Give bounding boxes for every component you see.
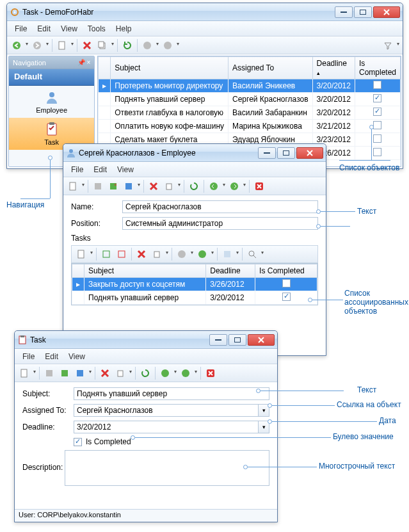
table-row[interactable]: ▸Закрыть доступ к соцсетям3/26/2012: [72, 278, 317, 291]
minimize-button[interactable]: [209, 334, 227, 346]
close-red-button[interactable]: [252, 179, 266, 193]
clipboard-icon: [44, 122, 60, 137]
col-assigned[interactable]: Assigned To: [229, 57, 313, 79]
table-row[interactable]: ▸Протереть монитор директоруВасилий Эник…: [99, 79, 401, 93]
export-button[interactable]: [220, 247, 239, 261]
menu-help[interactable]: Help: [111, 23, 137, 35]
close-button[interactable]: [248, 334, 275, 346]
save-as-button[interactable]: [73, 366, 92, 380]
maximize-button[interactable]: [354, 6, 372, 18]
menu-view[interactable]: View: [56, 23, 83, 35]
anno-text: Текст: [357, 207, 376, 216]
svg-rect-35: [215, 339, 221, 341]
copy-button[interactable]: [162, 179, 181, 193]
position-input[interactable]: [122, 217, 318, 230]
svg-rect-37: [21, 369, 27, 377]
menu-file[interactable]: File: [17, 351, 40, 362]
new-button[interactable]: [55, 38, 74, 52]
status-bar: User: CORP\belyakov.konstantin: [15, 509, 277, 522]
tasks-label: Tasks: [71, 234, 318, 243]
next-button[interactable]: [179, 366, 198, 380]
minimize-button[interactable]: [258, 147, 276, 159]
table-row[interactable]: Отвезти главбуха в налоговуюВасилий Заба…: [99, 106, 401, 120]
prev-button[interactable]: [140, 38, 159, 52]
save-button[interactable]: [91, 179, 105, 193]
close-red-button[interactable]: [204, 366, 218, 380]
nav-item-employee[interactable]: Employee: [9, 86, 94, 118]
unlink-button[interactable]: [115, 247, 129, 261]
back-button[interactable]: [10, 38, 29, 52]
maximize-button[interactable]: [229, 334, 246, 346]
table-row[interactable]: Оплатить новую кофе-машинуМарина Крыжико…: [99, 120, 401, 133]
svg-rect-41: [118, 371, 123, 376]
refresh-button[interactable]: [138, 366, 152, 380]
prev-button[interactable]: [175, 247, 194, 261]
svg-rect-8: [99, 42, 104, 47]
anno-multiline: Многострочный текст: [319, 462, 395, 471]
menu-file[interactable]: File: [10, 23, 32, 35]
next-button[interactable]: [227, 179, 246, 193]
delete-button[interactable]: [80, 38, 94, 52]
delete-button[interactable]: [134, 247, 148, 261]
col-completed[interactable]: Is Completed: [355, 57, 400, 79]
svg-rect-27: [118, 251, 125, 257]
save-as-button[interactable]: [122, 179, 141, 193]
filter-button[interactable]: [381, 38, 400, 52]
close-button[interactable]: [373, 6, 400, 18]
maximize-button[interactable]: [277, 147, 295, 159]
next-button[interactable]: [195, 247, 214, 261]
deadline-input[interactable]: [74, 421, 258, 433]
name-input[interactable]: [122, 200, 318, 213]
prev-button[interactable]: [207, 179, 226, 193]
save-close-button[interactable]: [106, 179, 120, 193]
table-row[interactable]: Поднять упавший сервер3/20/2012: [72, 291, 317, 305]
user-icon: [66, 148, 76, 158]
new-button[interactable]: [74, 247, 93, 261]
col-subject[interactable]: Subject: [111, 57, 229, 79]
menu-file[interactable]: File: [66, 164, 88, 175]
table-row[interactable]: Поднять упавший серверСергей Красноглазо…: [99, 93, 401, 106]
nav-default[interactable]: Default: [9, 69, 94, 86]
delete-button[interactable]: [98, 366, 112, 380]
svg-point-11: [49, 92, 54, 97]
pin-icon[interactable]: 📌 ×: [77, 59, 91, 66]
minimize-button[interactable]: [335, 6, 353, 18]
menu-edit[interactable]: Edit: [32, 23, 56, 35]
save-close-button[interactable]: [58, 366, 72, 380]
task-window: Task File Edit View Subject: A: [14, 330, 278, 522]
forward-button[interactable]: [30, 38, 49, 52]
menu-edit[interactable]: Edit: [40, 351, 63, 362]
anno-text2: Текст: [357, 385, 376, 394]
copy-button[interactable]: [113, 366, 132, 380]
refresh-button[interactable]: [187, 179, 201, 193]
search-button[interactable]: [245, 247, 264, 261]
new-button[interactable]: [17, 366, 36, 380]
menu-edit[interactable]: Edit: [88, 164, 112, 175]
assigned-input[interactable]: [74, 404, 258, 417]
new-button[interactable]: [66, 179, 85, 193]
link-button[interactable]: [99, 247, 113, 261]
menu-view[interactable]: View: [112, 164, 139, 175]
col-deadline[interactable]: Deadline ▴: [312, 57, 355, 79]
anno-ref: Ссылка на объект: [337, 400, 401, 409]
svg-point-9: [143, 42, 151, 49]
save-button[interactable]: [42, 366, 56, 380]
task-titlebar[interactable]: Task: [15, 331, 277, 349]
subject-input[interactable]: [74, 387, 269, 400]
emp-titlebar[interactable]: Сергей Красноглазов - Employee: [63, 144, 326, 162]
svg-rect-40: [77, 370, 83, 376]
menu-view[interactable]: View: [63, 351, 90, 362]
close-button[interactable]: [296, 147, 323, 159]
prev-button[interactable]: [158, 366, 177, 380]
main-titlebar[interactable]: Task - DemoForHabr: [7, 3, 403, 21]
delete-button[interactable]: [147, 179, 161, 193]
assigned-label: Assigned To:: [22, 406, 74, 415]
next-button[interactable]: [161, 38, 180, 52]
emp-tasks-grid[interactable]: Subject Deadline Is Completed ▸Закрыть д…: [71, 263, 318, 305]
description-textarea[interactable]: [65, 450, 269, 486]
copy-button[interactable]: [150, 247, 169, 261]
menu-tools[interactable]: Tools: [83, 23, 111, 35]
completed-checkbox[interactable]: [74, 438, 82, 446]
refresh-button[interactable]: [120, 38, 134, 52]
copy-button[interactable]: [95, 38, 115, 52]
